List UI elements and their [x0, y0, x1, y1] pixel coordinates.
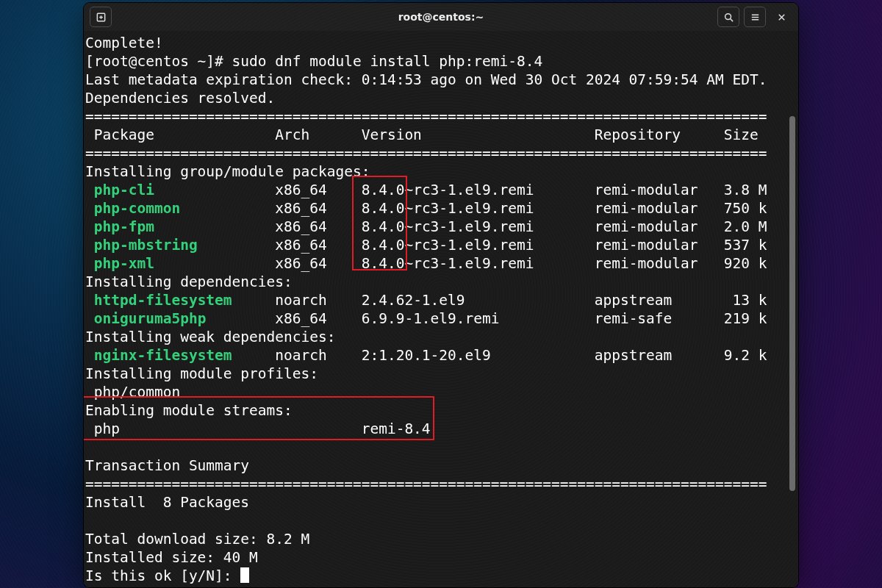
scrollbar[interactable]	[788, 35, 797, 583]
new-tab-button[interactable]	[90, 7, 112, 27]
svg-point-1	[725, 13, 731, 19]
new-tab-icon	[96, 12, 107, 23]
pkg-name: php-cli	[94, 182, 154, 198]
terminal-output: Complete! [root@centos ~]# sudo dnf modu…	[84, 31, 788, 587]
scrollbar-thumb[interactable]	[789, 116, 795, 491]
close-button[interactable]	[770, 7, 792, 27]
pkg-name: nginx-filesystem	[94, 347, 232, 364]
pkg-name: php-xml	[94, 255, 154, 272]
pkg-name: php-fpm	[94, 218, 154, 235]
terminal-window: root@centos:~ Complete! [root@centos ~]#…	[84, 3, 798, 587]
terminal-cursor	[240, 567, 249, 583]
pkg-name: httpd-filesystem	[94, 292, 232, 309]
pkg-name: oniguruma5php	[94, 310, 207, 327]
terminal-viewport[interactable]: Complete! [root@centos ~]# sudo dnf modu…	[84, 31, 798, 587]
search-icon	[723, 12, 734, 23]
hamburger-icon	[750, 12, 761, 23]
menu-button[interactable]	[744, 7, 766, 27]
close-icon	[776, 12, 787, 23]
titlebar: root@centos:~	[84, 3, 798, 31]
window-title: root@centos:~	[84, 11, 798, 23]
pkg-name: php-common	[94, 200, 180, 217]
pkg-name: php-mbstring	[94, 237, 198, 254]
search-button[interactable]	[717, 7, 739, 27]
